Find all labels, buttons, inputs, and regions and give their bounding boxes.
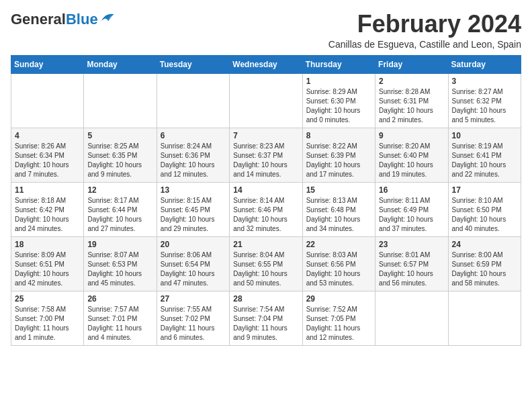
calendar-cell: 28Sunrise: 7:54 AM Sunset: 7:04 PM Dayli…: [230, 291, 302, 345]
calendar-cell: 29Sunrise: 7:52 AM Sunset: 7:05 PM Dayli…: [302, 291, 375, 345]
day-info: Sunrise: 7:57 AM Sunset: 7:01 PM Dayligh…: [87, 305, 152, 342]
day-number: 12: [87, 185, 152, 195]
calendar-cell: 24Sunrise: 8:00 AM Sunset: 6:59 PM Dayli…: [448, 236, 521, 291]
calendar-cell: [448, 291, 521, 345]
day-number: 10: [452, 131, 517, 140]
calendar-cell: 14Sunrise: 8:14 AM Sunset: 6:46 PM Dayli…: [230, 182, 302, 236]
day-number: 2: [379, 77, 444, 86]
weekday-row: SundayMondayTuesdayWednesdayThursdayFrid…: [11, 55, 521, 73]
day-number: 8: [306, 131, 371, 140]
calendar-cell: 12Sunrise: 8:17 AM Sunset: 6:44 PM Dayli…: [84, 182, 157, 236]
day-info: Sunrise: 7:58 AM Sunset: 7:00 PM Dayligh…: [15, 305, 80, 342]
day-info: Sunrise: 8:11 AM Sunset: 6:49 PM Dayligh…: [379, 196, 444, 234]
day-info: Sunrise: 8:01 AM Sunset: 6:57 PM Dayligh…: [379, 250, 444, 288]
weekday-header-thursday: Thursday: [302, 55, 375, 73]
weekday-header-wednesday: Wednesday: [230, 55, 302, 73]
calendar-cell: 15Sunrise: 8:13 AM Sunset: 6:48 PM Dayli…: [302, 182, 375, 236]
page-header: GeneralBlue February 2024 Canillas de Es…: [11, 11, 521, 50]
day-number: 19: [87, 240, 152, 249]
calendar-cell: 26Sunrise: 7:57 AM Sunset: 7:01 PM Dayli…: [84, 291, 157, 345]
calendar-cell: 4Sunrise: 8:26 AM Sunset: 6:34 PM Daylig…: [11, 128, 84, 182]
day-info: Sunrise: 8:00 AM Sunset: 6:59 PM Dayligh…: [452, 250, 517, 288]
calendar-cell: 16Sunrise: 8:11 AM Sunset: 6:49 PM Dayli…: [375, 182, 448, 236]
day-info: Sunrise: 8:24 AM Sunset: 6:36 PM Dayligh…: [161, 142, 226, 179]
calendar-cell: 10Sunrise: 8:19 AM Sunset: 6:41 PM Dayli…: [448, 128, 521, 182]
day-number: 27: [161, 294, 226, 304]
calendar-cell: 13Sunrise: 8:15 AM Sunset: 6:45 PM Dayli…: [157, 182, 229, 236]
calendar-cell: 8Sunrise: 8:22 AM Sunset: 6:39 PM Daylig…: [302, 128, 375, 182]
day-info: Sunrise: 8:04 AM Sunset: 6:55 PM Dayligh…: [233, 250, 298, 288]
calendar-cell: 19Sunrise: 8:07 AM Sunset: 6:53 PM Dayli…: [84, 236, 157, 291]
logo-text: GeneralBlue: [11, 11, 98, 28]
calendar-cell: 22Sunrise: 8:03 AM Sunset: 6:56 PM Dayli…: [302, 236, 375, 291]
day-info: Sunrise: 8:29 AM Sunset: 6:30 PM Dayligh…: [306, 87, 371, 125]
title-section: February 2024 Canillas de Esgueva, Casti…: [328, 11, 521, 50]
logo: GeneralBlue: [11, 11, 115, 28]
day-number: 22: [306, 240, 371, 249]
day-number: 25: [15, 294, 80, 304]
day-info: Sunrise: 7:54 AM Sunset: 7:04 PM Dayligh…: [233, 305, 298, 342]
day-number: 28: [233, 294, 298, 304]
day-info: Sunrise: 8:28 AM Sunset: 6:31 PM Dayligh…: [379, 87, 444, 125]
day-info: Sunrise: 8:13 AM Sunset: 6:48 PM Dayligh…: [306, 196, 371, 234]
day-info: Sunrise: 8:27 AM Sunset: 6:32 PM Dayligh…: [452, 87, 517, 125]
calendar-week-1: 1Sunrise: 8:29 AM Sunset: 6:30 PM Daylig…: [11, 73, 521, 128]
logo-blue: Blue: [66, 11, 98, 28]
day-info: Sunrise: 8:10 AM Sunset: 6:50 PM Dayligh…: [452, 196, 517, 234]
day-number: 29: [306, 294, 371, 304]
day-info: Sunrise: 8:26 AM Sunset: 6:34 PM Dayligh…: [15, 142, 80, 179]
day-number: 20: [161, 240, 226, 249]
logo-bird-icon: [100, 11, 115, 24]
calendar-cell: 20Sunrise: 8:06 AM Sunset: 6:54 PM Dayli…: [157, 236, 229, 291]
day-number: 26: [87, 294, 152, 304]
day-info: Sunrise: 8:14 AM Sunset: 6:46 PM Dayligh…: [233, 196, 298, 234]
day-info: Sunrise: 8:17 AM Sunset: 6:44 PM Dayligh…: [87, 196, 152, 234]
day-number: 23: [379, 240, 444, 249]
calendar-cell: 2Sunrise: 8:28 AM Sunset: 6:31 PM Daylig…: [375, 73, 448, 128]
day-number: 5: [87, 131, 152, 140]
day-number: 1: [306, 77, 371, 86]
calendar-week-2: 4Sunrise: 8:26 AM Sunset: 6:34 PM Daylig…: [11, 128, 521, 182]
weekday-header-sunday: Sunday: [11, 55, 84, 73]
calendar-body: 1Sunrise: 8:29 AM Sunset: 6:30 PM Daylig…: [11, 73, 521, 345]
day-number: 4: [15, 131, 80, 140]
day-number: 9: [379, 131, 444, 140]
weekday-header-friday: Friday: [375, 55, 448, 73]
calendar-week-5: 25Sunrise: 7:58 AM Sunset: 7:00 PM Dayli…: [11, 291, 521, 345]
weekday-header-monday: Monday: [84, 55, 157, 73]
day-info: Sunrise: 7:52 AM Sunset: 7:05 PM Dayligh…: [306, 305, 371, 342]
day-info: Sunrise: 8:03 AM Sunset: 6:56 PM Dayligh…: [306, 250, 371, 288]
day-info: Sunrise: 8:18 AM Sunset: 6:42 PM Dayligh…: [15, 196, 80, 234]
calendar-cell: 27Sunrise: 7:55 AM Sunset: 7:02 PM Dayli…: [157, 291, 229, 345]
day-number: 24: [452, 240, 517, 249]
day-number: 11: [15, 185, 80, 195]
calendar-cell: 3Sunrise: 8:27 AM Sunset: 6:32 PM Daylig…: [448, 73, 521, 128]
calendar-cell: 5Sunrise: 8:25 AM Sunset: 6:35 PM Daylig…: [84, 128, 157, 182]
day-info: Sunrise: 7:55 AM Sunset: 7:02 PM Dayligh…: [161, 305, 226, 342]
calendar-cell: 17Sunrise: 8:10 AM Sunset: 6:50 PM Dayli…: [448, 182, 521, 236]
calendar-cell: 21Sunrise: 8:04 AM Sunset: 6:55 PM Dayli…: [230, 236, 302, 291]
day-number: 7: [233, 131, 298, 140]
calendar-cell: [11, 73, 84, 128]
month-title: February 2024: [328, 11, 521, 38]
day-number: 16: [379, 185, 444, 195]
calendar-table: SundayMondayTuesdayWednesdayThursdayFrid…: [11, 55, 521, 346]
location-subtitle: Canillas de Esgueva, Castille and Leon, …: [328, 39, 521, 50]
day-number: 18: [15, 240, 80, 249]
calendar-cell: [375, 291, 448, 345]
calendar-week-3: 11Sunrise: 8:18 AM Sunset: 6:42 PM Dayli…: [11, 182, 521, 236]
calendar-header: SundayMondayTuesdayWednesdayThursdayFrid…: [11, 55, 521, 73]
calendar-cell: 9Sunrise: 8:20 AM Sunset: 6:40 PM Daylig…: [375, 128, 448, 182]
day-info: Sunrise: 8:15 AM Sunset: 6:45 PM Dayligh…: [161, 196, 226, 234]
calendar-cell: [157, 73, 229, 128]
calendar-cell: 11Sunrise: 8:18 AM Sunset: 6:42 PM Dayli…: [11, 182, 84, 236]
day-info: Sunrise: 8:09 AM Sunset: 6:51 PM Dayligh…: [15, 250, 80, 288]
calendar-cell: 23Sunrise: 8:01 AM Sunset: 6:57 PM Dayli…: [375, 236, 448, 291]
day-info: Sunrise: 8:19 AM Sunset: 6:41 PM Dayligh…: [452, 142, 517, 179]
calendar-week-4: 18Sunrise: 8:09 AM Sunset: 6:51 PM Dayli…: [11, 236, 521, 291]
calendar-cell: 18Sunrise: 8:09 AM Sunset: 6:51 PM Dayli…: [11, 236, 84, 291]
day-info: Sunrise: 8:25 AM Sunset: 6:35 PM Dayligh…: [87, 142, 152, 179]
day-number: 21: [233, 240, 298, 249]
calendar-cell: 7Sunrise: 8:23 AM Sunset: 6:37 PM Daylig…: [230, 128, 302, 182]
calendar-cell: [230, 73, 302, 128]
